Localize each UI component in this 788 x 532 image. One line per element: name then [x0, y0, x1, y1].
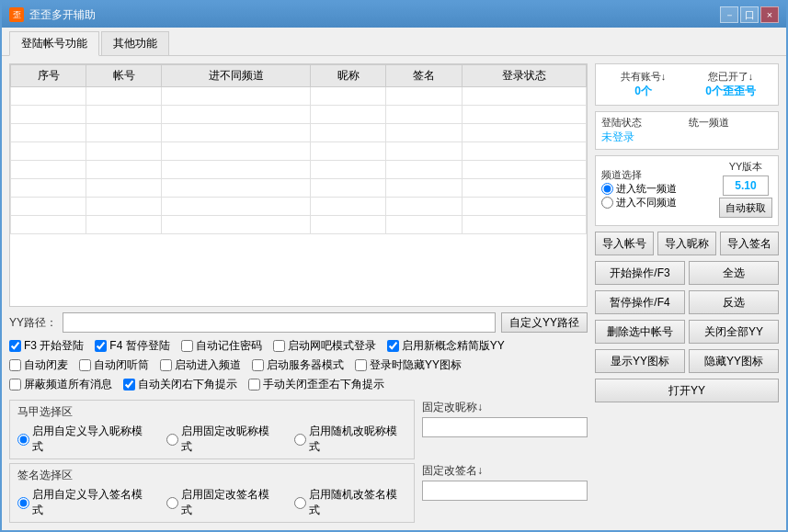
checkbox-section: F3 开始登陆 F4 暂停登陆 自动记住密码 启动网吧模式登录 — [9, 338, 588, 392]
table-row — [11, 87, 587, 106]
total-accounts-label: 共有账号↓ — [601, 70, 685, 84]
col-header-channel: 进不同频道 — [162, 65, 311, 87]
fixed-signature-label: 固定改签名↓ — [422, 463, 588, 479]
login-status-value: 未登录 — [601, 130, 685, 145]
title-bar-left: 歪 歪歪多开辅助 — [9, 7, 96, 23]
fixed-signature-input[interactable] — [422, 481, 588, 501]
radio-different-channel[interactable]: 进入不同频道 — [601, 196, 714, 209]
radio-custom-nickname[interactable]: 启用自定义导入昵称模式 — [17, 424, 152, 455]
col-header-status: 登录状态 — [462, 65, 586, 87]
majia-title: 马甲选择区 — [17, 404, 406, 420]
unified-channel-section: 统一频道 — [689, 116, 772, 145]
icon-buttons-row: 显示YY图标 隐藏YY图标 — [595, 349, 779, 373]
total-accounts-value: 0个 — [601, 84, 685, 99]
main-content: 序号 帐号 进不同频道 昵称 签名 登录状态 — [2, 56, 786, 530]
cb-f4-pause[interactable]: F4 暂停登陆 — [95, 338, 169, 354]
import-signature-button[interactable]: 导入签名 — [720, 232, 779, 255]
window-title: 歪歪多开辅助 — [29, 7, 96, 23]
cb-remember-pwd[interactable]: 自动记住密码 — [181, 338, 262, 354]
majia-section: 马甲选择区 启用自定义导入昵称模式 启用固定改昵称模式 — [9, 400, 415, 459]
yy-path-input[interactable] — [63, 312, 496, 333]
maximize-button[interactable]: 口 — [740, 6, 759, 23]
cb-f3-login[interactable]: F3 开始登陆 — [9, 338, 84, 354]
cb-auto-mute-speaker[interactable]: 自动闭听筒 — [79, 357, 149, 373]
import-nickname-button[interactable]: 导入昵称 — [657, 232, 716, 255]
login-status-section: 登陆状态 未登录 — [601, 116, 685, 145]
start-operation-button[interactable]: 开始操作/F3 — [595, 261, 685, 285]
delete-selected-button[interactable]: 删除选中帐号 — [595, 320, 685, 344]
cb-block-channel-msg[interactable]: 屏蔽频道所有消息 — [9, 377, 112, 392]
table-row — [11, 216, 587, 234]
title-bar: 歪 歪歪多开辅助 － 口 × — [2, 2, 786, 28]
radio-random-nickname[interactable]: 启用随机改昵称模式 — [294, 424, 406, 455]
show-yy-icon-button[interactable]: 显示YY图标 — [595, 349, 685, 373]
title-controls: － 口 × — [720, 6, 779, 23]
select-all-button[interactable]: 全选 — [689, 261, 779, 285]
tab-login-account[interactable]: 登陆帐号功能 — [9, 31, 99, 56]
table-row — [11, 161, 587, 179]
bottom-sections: 马甲选择区 启用自定义导入昵称模式 启用固定改昵称模式 — [9, 400, 588, 523]
close-button[interactable]: × — [760, 6, 779, 23]
checkbox-row-1: F3 开始登陆 F4 暂停登陆 自动记住密码 启动网吧模式登录 — [9, 338, 588, 354]
radio-random-signature[interactable]: 启用随机改签名模式 — [294, 487, 406, 518]
radio-custom-signature[interactable]: 启用自定义导入签名模式 — [17, 487, 152, 518]
total-accounts-stat: 共有账号↓ 0个 — [601, 70, 685, 99]
col-header-account: 帐号 — [86, 65, 162, 87]
version-input[interactable] — [723, 175, 769, 196]
cb-manual-close-notification[interactable]: 手动关闭歪歪右下角提示 — [248, 377, 384, 392]
qianming-row: 签名选择区 启用自定义导入签名模式 启用固定改签名模式 — [9, 463, 588, 523]
fixed-nickname-section: 固定改昵称↓ — [422, 400, 588, 437]
channel-select-label: 频道选择 — [601, 168, 714, 182]
channel-section: 频道选择 进入统一频道 进入不同频道 YY版本 自动获取 — [595, 155, 779, 226]
table-row — [11, 179, 587, 198]
radio-unified-channel[interactable]: 进入统一频道 — [601, 182, 714, 196]
table-row — [11, 198, 587, 216]
majia-border: 马甲选择区 启用自定义导入昵称模式 启用固定改昵称模式 — [9, 400, 415, 459]
opened-accounts-stat: 您已开了↓ 0个歪歪号 — [689, 70, 772, 99]
checkbox-row-2: 自动闭麦 自动闭听筒 启动进入频道 启动服务器模式 — [9, 357, 588, 373]
radio-fixed-nickname[interactable]: 启用固定改昵称模式 — [166, 424, 279, 455]
qianming-title: 签名选择区 — [17, 468, 406, 483]
tabs-bar: 登陆帐号功能 其他功能 — [2, 28, 786, 56]
deselect-button[interactable]: 反选 — [689, 290, 779, 314]
account-table: 序号 帐号 进不同频道 昵称 签名 登录状态 — [10, 64, 587, 234]
cb-auto-enter-channel[interactable]: 启动进入频道 — [160, 357, 241, 373]
cb-new-simple-yy[interactable]: 启用新概念精简版YY — [387, 338, 505, 354]
channel-radios: 频道选择 进入统一频道 进入不同频道 — [601, 168, 714, 209]
table-row — [11, 106, 587, 124]
delete-close-row: 删除选中帐号 关闭全部YY — [595, 320, 779, 344]
channel-select-row: 频道选择 进入统一频道 进入不同频道 YY版本 自动获取 — [601, 160, 772, 218]
import-account-button[interactable]: 导入帐号 — [595, 232, 654, 255]
majia-row: 马甲选择区 启用自定义导入昵称模式 启用固定改昵称模式 — [9, 400, 588, 459]
right-panel: 共有账号↓ 0个 您已开了↓ 0个歪歪号 登陆状态 未登录 统一频道 — [595, 63, 779, 523]
open-yy-button[interactable]: 打开YY — [595, 379, 779, 402]
cb-hide-icon-on-login[interactable]: 登录时隐藏YY图标 — [355, 357, 462, 373]
unified-channel-label: 统一频道 — [689, 116, 772, 130]
cb-internet-cafe-mode[interactable]: 启动网吧模式登录 — [273, 338, 376, 354]
cb-server-mode[interactable]: 启动服务器模式 — [252, 357, 344, 373]
operation-buttons-row1: 开始操作/F3 全选 — [595, 261, 779, 285]
app-icon: 歪 — [9, 7, 24, 22]
qianming-section: 签名选择区 启用自定义导入签名模式 启用固定改签名模式 — [9, 463, 415, 523]
pause-operation-button[interactable]: 暂停操作/F4 — [595, 290, 685, 314]
close-all-yy-button[interactable]: 关闭全部YY — [689, 320, 779, 344]
col-header-signature: 签名 — [386, 65, 462, 87]
cb-auto-close-notification[interactable]: 自动关闭右下角提示 — [123, 377, 237, 392]
majia-radio-row: 启用自定义导入昵称模式 启用固定改昵称模式 启用随机改昵称模式 — [17, 424, 406, 455]
fixed-signature-section: 固定改签名↓ — [422, 463, 588, 501]
qianming-radio-row: 启用自定义导入签名模式 启用固定改签名模式 启用随机改签名模式 — [17, 487, 406, 518]
tab-other-functions[interactable]: 其他功能 — [101, 31, 169, 55]
left-panel: 序号 帐号 进不同频道 昵称 签名 登录状态 — [9, 63, 588, 523]
hide-yy-icon-button[interactable]: 隐藏YY图标 — [689, 349, 779, 373]
fixed-nickname-input[interactable] — [422, 417, 588, 437]
cb-auto-mute-mic[interactable]: 自动闭麦 — [9, 357, 68, 373]
radio-fixed-signature[interactable]: 启用固定改签名模式 — [166, 487, 279, 518]
opened-accounts-label: 您已开了↓ — [689, 70, 772, 84]
col-header-seq: 序号 — [11, 65, 86, 87]
qianming-border: 签名选择区 启用自定义导入签名模式 启用固定改签名模式 — [9, 463, 415, 523]
col-header-nickname: 昵称 — [311, 65, 386, 87]
minimize-button[interactable]: － — [720, 6, 738, 23]
custom-yy-path-button[interactable]: 自定义YY路径 — [501, 312, 588, 333]
auto-get-button[interactable]: 自动获取 — [719, 198, 772, 218]
stats-box: 共有账号↓ 0个 您已开了↓ 0个歪歪号 — [595, 63, 779, 106]
